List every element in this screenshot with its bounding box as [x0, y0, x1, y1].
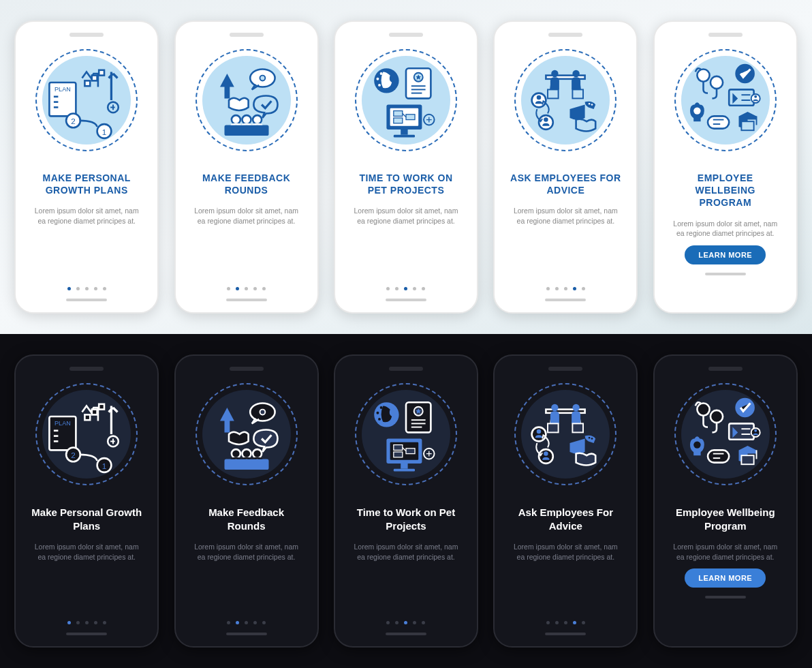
- pagination-dot[interactable]: [582, 621, 585, 624]
- pagination-dot[interactable]: [76, 287, 80, 290]
- svg-point-105: [537, 429, 542, 434]
- learn-more-button[interactable]: LEARN MORE: [685, 568, 766, 588]
- pagination-dot[interactable]: [85, 621, 89, 624]
- illustration: [663, 42, 788, 158]
- pagination-dot[interactable]: [582, 287, 585, 290]
- svg-rect-103: [573, 423, 584, 432]
- pagination-dot[interactable]: [386, 287, 390, 290]
- pagination-dot[interactable]: [103, 287, 106, 290]
- home-indicator: [226, 633, 267, 635]
- svg-point-55: [754, 95, 757, 98]
- light-row: PLAN21MAKE PERSONAL GROWTH PLANSLorem ip…: [0, 0, 812, 334]
- card-body: Lorem ipsum dolor sit amet, nam ea regio…: [24, 542, 149, 562]
- svg-point-46: [589, 103, 591, 105]
- pagination-dot[interactable]: [245, 287, 248, 290]
- svg-point-14: [260, 76, 265, 81]
- pagination-dot[interactable]: [253, 621, 257, 624]
- svg-rect-32: [394, 111, 403, 117]
- svg-point-39: [573, 70, 580, 77]
- pagination-dot[interactable]: [564, 621, 567, 624]
- home-indicator: [386, 299, 426, 301]
- pagination-dot[interactable]: [404, 287, 407, 290]
- svg-point-117: [754, 429, 757, 432]
- pagination-dot[interactable]: [404, 621, 407, 624]
- pagination-dot[interactable]: [386, 621, 390, 624]
- learn-more-button[interactable]: LEARN MORE: [685, 245, 766, 264]
- onboarding-card-4: EMPLOYEE WELLBEING PROGRAMLorem ipsum do…: [653, 20, 798, 314]
- svg-rect-58: [708, 116, 729, 128]
- card-title: Make Personal Growth Plans: [24, 506, 149, 532]
- pagination-dot[interactable]: [413, 621, 416, 624]
- svg-rect-33: [394, 118, 403, 123]
- svg-point-17: [242, 115, 251, 124]
- svg-point-20: [380, 72, 383, 75]
- phone-notch: [69, 367, 104, 371]
- svg-point-106: [539, 449, 553, 464]
- pagination-dot[interactable]: [262, 287, 266, 290]
- svg-point-54: [751, 94, 760, 103]
- concept-icon: [521, 56, 610, 145]
- concept-icon: [202, 390, 291, 479]
- concept-icon: PLAN21: [42, 390, 131, 479]
- pagination-dot[interactable]: [564, 287, 567, 290]
- onboarding-card-2: TIME TO WORK ON PET PROJECTSLorem ipsum …: [334, 20, 478, 314]
- pagination-dot[interactable]: [227, 621, 230, 624]
- pagination-dots: [184, 287, 309, 290]
- svg-point-48: [697, 70, 709, 82]
- pagination-dot[interactable]: [546, 287, 550, 290]
- pagination-dot[interactable]: [262, 621, 266, 624]
- card-title: Make Feedback Rounds: [184, 506, 309, 532]
- svg-point-76: [260, 410, 265, 415]
- svg-point-110: [697, 404, 709, 416]
- pagination-dots: [184, 621, 309, 624]
- svg-rect-40: [548, 89, 559, 98]
- pagination-dot[interactable]: [85, 287, 89, 290]
- illustration: [184, 42, 309, 158]
- svg-rect-95: [394, 452, 403, 457]
- svg-rect-102: [548, 423, 559, 432]
- pagination-dot[interactable]: [236, 287, 239, 290]
- card-title: Employee Wellbeing Program: [663, 506, 788, 532]
- pagination-dot[interactable]: [103, 621, 106, 624]
- phone-notch: [69, 33, 104, 37]
- svg-point-108: [589, 437, 591, 439]
- svg-point-84: [378, 418, 381, 421]
- pagination-dot[interactable]: [422, 287, 425, 290]
- pagination-dot[interactable]: [395, 621, 399, 624]
- pagination-dot[interactable]: [76, 621, 80, 624]
- svg-point-21: [376, 78, 379, 80]
- pagination-dot[interactable]: [67, 621, 71, 624]
- pagination-dot[interactable]: [555, 621, 559, 624]
- svg-rect-67: [85, 414, 91, 420]
- home-indicator: [226, 299, 267, 301]
- card-title: ASK EMPLOYEES FOR ADVICE: [503, 172, 628, 196]
- svg-rect-96: [406, 449, 415, 454]
- pagination-dot[interactable]: [67, 287, 71, 290]
- pagination-dot[interactable]: [227, 287, 230, 290]
- pagination-dot[interactable]: [94, 621, 97, 624]
- pagination-dot[interactable]: [253, 287, 257, 290]
- pagination-dot[interactable]: [573, 287, 576, 290]
- svg-point-78: [231, 449, 240, 458]
- svg-rect-94: [394, 445, 403, 451]
- pagination-dot[interactable]: [555, 287, 559, 290]
- illustration: [343, 376, 469, 492]
- pagination-dot[interactable]: [236, 621, 239, 624]
- pagination-dot[interactable]: [395, 287, 399, 290]
- svg-text:PLAN: PLAN: [54, 86, 71, 93]
- svg-point-104: [532, 427, 546, 442]
- pagination-dot[interactable]: [422, 621, 425, 624]
- home-indicator: [386, 633, 426, 635]
- pagination-dot[interactable]: [245, 621, 248, 624]
- pagination-dot[interactable]: [413, 287, 416, 290]
- svg-point-47: [591, 104, 593, 106]
- pagination-dot[interactable]: [573, 621, 576, 624]
- svg-rect-120: [708, 450, 729, 462]
- concept-icon: [521, 390, 610, 479]
- svg-rect-41: [573, 89, 584, 98]
- concept-icon: [362, 390, 450, 479]
- pagination-dot[interactable]: [94, 287, 97, 290]
- svg-point-49: [710, 76, 723, 89]
- pagination-dot[interactable]: [546, 621, 550, 624]
- svg-point-22: [378, 84, 381, 87]
